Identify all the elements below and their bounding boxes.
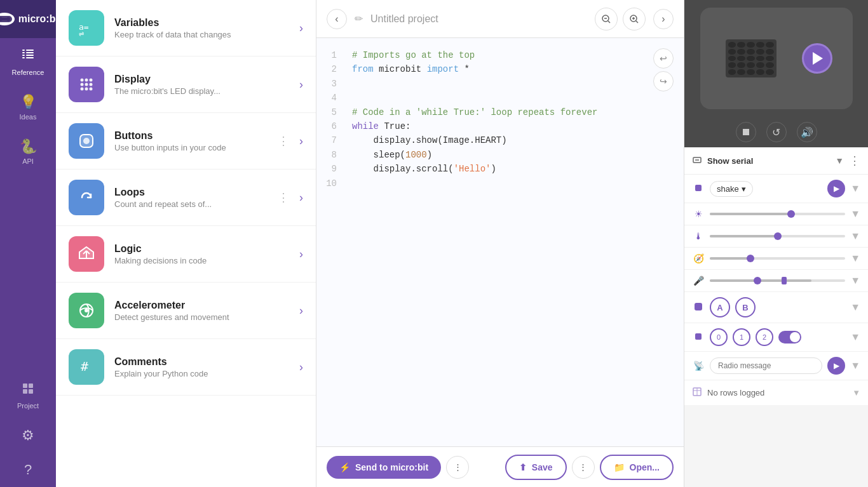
logo-area: micro:bit <box>0 0 56 38</box>
open-button[interactable]: 📁 Open... <box>600 455 674 480</box>
loops-desc: Count and repeat sets of... <box>114 199 268 209</box>
shake-dropdown[interactable]: shake ▾ <box>710 181 753 197</box>
nav-item-ideas[interactable]: 💡 Ideas <box>0 85 56 130</box>
loops-more[interactable]: ⋮ <box>278 190 289 204</box>
compass-slider-thumb[interactable] <box>747 255 754 262</box>
serial-dropdown-button[interactable]: ▼ <box>835 156 844 166</box>
collapse-left-button[interactable]: ‹ <box>327 9 347 29</box>
svg-point-20 <box>85 79 88 82</box>
nav-item-settings[interactable]: ⚙ <box>0 418 56 453</box>
led-0-0 <box>728 42 736 48</box>
reference-label: Reference <box>12 69 44 76</box>
sidebar-item-logic[interactable]: Logic Making decisions in code › <box>56 226 316 283</box>
stop-button[interactable]: ⏹ <box>736 122 756 142</box>
svg-rect-46 <box>695 185 702 191</box>
light-slider-thumb[interactable] <box>787 210 795 218</box>
code-line-1: # Imports go at the top <box>352 48 684 62</box>
line-numbers: 1 2 3 4 5 6 7 8 9 10 <box>316 48 347 436</box>
led-3-4 <box>766 62 774 68</box>
project-icon <box>21 382 35 399</box>
redo-button[interactable]: ↪ <box>653 71 674 91</box>
button-b[interactable]: B <box>735 297 756 317</box>
sidebar-item-loops[interactable]: Loops Count and repeat sets of... ⋮ › <box>56 170 316 226</box>
sidebar-item-variables[interactable]: a= ⇌ Variables Keep track of data that c… <box>56 0 316 57</box>
temp-slider[interactable] <box>710 235 845 237</box>
button-a[interactable]: A <box>710 297 730 317</box>
serial-more-button[interactable]: ⋮ <box>849 154 860 168</box>
buttons-more[interactable]: ⋮ <box>278 134 289 148</box>
zoom-in-button[interactable] <box>623 8 646 30</box>
led-2-2 <box>747 56 755 62</box>
nav-item-help[interactable]: ? <box>0 453 56 487</box>
led-3-1 <box>737 62 745 68</box>
sidebar-item-display[interactable]: Display The micro:bit's LED display... › <box>56 57 316 113</box>
simulator-device <box>684 0 868 117</box>
serial-section: Show serial ▼ ⋮ shake ▾ ▶ ▼ ☀ <box>684 147 868 405</box>
right-panel-simulator: ⏹ ↺ 🔊 Show serial ▼ ⋮ s <box>684 0 868 487</box>
variables-title: Variables <box>114 17 289 29</box>
sound-button[interactable]: 🔊 <box>797 122 817 142</box>
radio-expand-icon: ▼ <box>850 360 860 371</box>
led-4-2 <box>747 69 755 75</box>
send-more-button[interactable]: ⋮ <box>446 456 469 479</box>
led-1-2 <box>747 49 755 55</box>
compass-slider[interactable] <box>710 257 845 260</box>
nav-item-api[interactable]: 🐍 API <box>0 130 56 174</box>
play-button[interactable] <box>802 43 832 74</box>
temp-slider-thumb[interactable] <box>774 232 782 240</box>
svg-point-25 <box>81 88 84 91</box>
undo-redo-controls: ↩ ↪ <box>653 48 674 91</box>
mic-slider-thumb[interactable] <box>754 277 761 284</box>
code-content: # Imports go at the top from microbit im… <box>347 48 684 436</box>
pin-toggle[interactable] <box>778 331 801 344</box>
comments-icon: # <box>69 349 104 385</box>
radio-message-input[interactable] <box>710 357 822 374</box>
mic-expand-icon: ▼ <box>850 275 860 286</box>
sidebar-item-comments[interactable]: # Comments Explain your Python code › <box>56 339 316 396</box>
sidebar-item-accelerometer[interactable]: Accelerometer Detect gestures and moveme… <box>56 283 316 339</box>
svg-point-22 <box>81 83 84 86</box>
shake-sensor-icon <box>692 183 705 195</box>
pin-0[interactable]: 0 <box>710 328 728 346</box>
svg-point-24 <box>90 83 93 86</box>
zoom-out-button[interactable] <box>595 8 618 30</box>
project-name-input[interactable] <box>370 13 587 25</box>
editor-header: ‹ ✏ › <box>316 0 684 38</box>
help-icon: ? <box>24 462 32 478</box>
nav-item-project[interactable]: Project <box>0 373 56 418</box>
shake-chevron-icon: ▾ <box>742 184 746 194</box>
serial-label: Show serial <box>707 156 753 166</box>
pin-2[interactable]: 2 <box>756 328 773 346</box>
sidebar-panel: a= ⇌ Variables Keep track of data that c… <box>56 0 316 487</box>
mic-slider[interactable] <box>710 279 845 282</box>
pin-1[interactable]: 1 <box>733 328 750 346</box>
save-button[interactable]: ⬆ Save <box>505 455 567 480</box>
display-arrow: › <box>299 78 303 91</box>
led-0-3 <box>756 42 764 48</box>
radio-send-button[interactable]: ▶ <box>827 357 845 375</box>
restart-button[interactable]: ↺ <box>766 122 787 142</box>
shake-send-button[interactable]: ▶ <box>827 180 845 197</box>
save-more-button[interactable]: ⋮ <box>572 456 595 479</box>
code-area[interactable]: 1 2 3 4 5 6 7 8 9 10 # Imports go at the… <box>316 38 684 446</box>
svg-rect-10 <box>26 52 34 53</box>
undo-button[interactable]: ↩ <box>653 48 674 69</box>
loops-title: Loops <box>114 187 268 198</box>
send-to-microbit-button[interactable]: ⚡ Send to micro:bit <box>327 456 441 479</box>
accelerometer-arrow: › <box>299 304 303 317</box>
led-4-0 <box>728 69 736 75</box>
sim-controls: ⏹ ↺ 🔊 <box>684 117 868 147</box>
nav-item-reference[interactable]: Reference <box>0 38 56 85</box>
display-icon <box>69 67 104 102</box>
buttons-arrow: › <box>299 135 303 148</box>
svg-rect-4 <box>2 18 7 20</box>
led-1-1 <box>737 49 745 55</box>
save-icon: ⬆ <box>519 462 527 472</box>
light-slider[interactable] <box>710 213 845 215</box>
shake-expand-icon: ▼ <box>850 183 860 194</box>
collapse-right-button[interactable]: › <box>653 9 674 29</box>
code-line-2: from microbit import * <box>352 62 684 76</box>
sidebar-item-buttons[interactable]: Buttons Use button inputs in your code ⋮… <box>56 113 316 170</box>
svg-point-21 <box>90 79 93 82</box>
project-label: Project <box>17 402 39 410</box>
